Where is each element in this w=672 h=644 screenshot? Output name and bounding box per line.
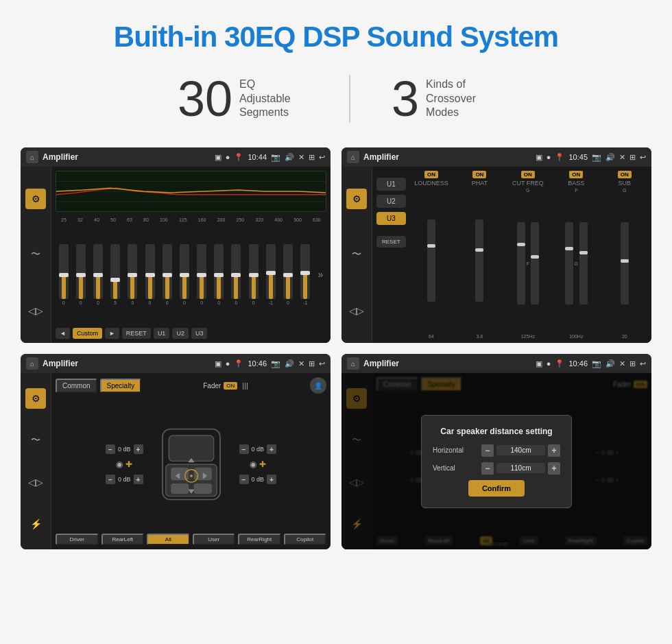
db-minus-r2[interactable]: − <box>239 475 249 484</box>
eq-slider-4[interactable]: 0 <box>128 240 137 309</box>
home-icon[interactable]: ⌂ <box>26 151 38 163</box>
eq-slider-8[interactable]: 0 <box>197 240 206 309</box>
phat-val: 3.8 <box>477 334 483 339</box>
specialty-tab[interactable]: Specialty <box>100 379 142 393</box>
next-btn[interactable]: ► <box>105 328 119 339</box>
u1-btn[interactable]: U1 <box>154 328 170 339</box>
eq-stat: 30 EQ AdjustableSegments <box>136 74 349 123</box>
cutfreq-slider-l[interactable] <box>517 222 525 305</box>
screen1-content: ⚙ 〜 ◁▷ <box>21 167 331 343</box>
eq-slider-5[interactable]: 0 <box>145 240 155 309</box>
screen4-pin-icon: 📍 <box>555 359 564 368</box>
bass-slider-l[interactable] <box>565 222 573 305</box>
eq-sliders-row: 0 0 <box>56 225 326 324</box>
bass-on[interactable]: ON <box>569 171 583 178</box>
cutfreq-on[interactable]: ON <box>521 171 535 178</box>
rearleft-btn[interactable]: RearLeft <box>101 534 145 545</box>
eq-number: 30 <box>178 74 232 123</box>
horizontal-plus-btn[interactable]: + <box>548 444 560 457</box>
screen1-topbar: ⌂ Amplifier ▣ ● 📍 10:44 📷 🔊 ✕ ⊞ ↩ <box>21 147 331 167</box>
loudness-on[interactable]: ON <box>424 171 438 178</box>
copilot-btn[interactable]: Copilot <box>284 534 327 545</box>
rearright-btn[interactable]: RearRight <box>238 534 281 545</box>
eq-slider-11[interactable]: 0 <box>249 240 259 309</box>
loudness-slider[interactable] <box>427 219 435 302</box>
horizontal-minus-btn[interactable]: − <box>481 444 494 457</box>
common-tab[interactable]: Common <box>56 379 97 393</box>
user-btn[interactable]: User <box>193 534 236 545</box>
u3-cross-btn[interactable]: U3 <box>376 212 406 225</box>
phat-on[interactable]: ON <box>472 171 486 178</box>
eq-bottom-controls: ◄ Custom ► RESET U1 U2 U3 <box>56 328 326 339</box>
db-plus-l1[interactable]: + <box>134 444 143 454</box>
fader-on-badge[interactable]: ON <box>224 382 237 390</box>
eq-slider-10[interactable]: 0 <box>231 240 241 309</box>
prev-btn[interactable]: ◄ <box>56 328 70 339</box>
eq-slider-0[interactable]: 0 <box>59 240 69 309</box>
spk-settings-icon[interactable]: ⚙ <box>25 388 46 409</box>
db-plus-l2[interactable]: + <box>134 475 143 484</box>
home-icon-2[interactable]: ⌂ <box>347 151 359 163</box>
eq-slider-1[interactable]: 0 <box>76 240 86 309</box>
screen3-back-icon: ↩ <box>319 359 325 368</box>
cross-settings-icon[interactable]: ⚙ <box>346 189 367 209</box>
speaker-main: Common Specialty Fader ON ||| 👤 − 0 dB + <box>51 373 331 549</box>
db-plus-r1[interactable]: + <box>267 444 276 454</box>
eq-slider-14[interactable]: -1 <box>300 240 310 309</box>
reset-btn[interactable]: RESET <box>122 328 151 339</box>
eq-slider-2[interactable]: 0 <box>93 240 103 309</box>
vertical-row: Vertical − 110cm + <box>433 462 560 475</box>
screen4-topbar: ⌂ Amplifier ▣ ● 📍 10:46 📷 🔊 ✕ ⊞ ↩ <box>341 354 651 373</box>
spk-vol-icon[interactable]: ◁▷ <box>25 472 46 492</box>
crossover-left-panel: ⚙ 〜 ◁▷ <box>341 167 372 343</box>
screen4-grid-icon: ⊞ <box>629 359 636 368</box>
eq-settings-icon[interactable]: ⚙ <box>25 189 46 209</box>
eq-volume-icon[interactable]: ◁▷ <box>25 300 46 321</box>
eq-wave-icon[interactable]: 〜 <box>25 244 46 265</box>
vertical-minus-btn[interactable]: − <box>481 462 494 475</box>
phat-slider[interactable] <box>475 219 483 302</box>
db-minus-l1[interactable]: − <box>106 444 115 454</box>
spk-bt-icon[interactable]: ⚡ <box>25 514 46 534</box>
screen1-title: Amplifier <box>43 152 78 162</box>
eq-slider-12[interactable]: -1 <box>266 240 276 309</box>
eq-slider-3[interactable]: 5 <box>110 240 120 309</box>
db-minus-r1[interactable]: − <box>239 444 249 454</box>
speaker-icons-right: ◉ ✚ <box>250 460 266 469</box>
eq-slider-9[interactable]: 0 <box>214 240 224 309</box>
sub-on[interactable]: ON <box>618 171 632 178</box>
cross-wave-icon[interactable]: 〜 <box>346 244 367 265</box>
u1-cross-btn[interactable]: U1 <box>376 178 406 191</box>
crossover-stat: 3 Kinds ofCrossover Modes <box>350 74 536 123</box>
eq-slider-6[interactable]: 0 <box>163 240 172 309</box>
home-icon-4[interactable]: ⌂ <box>347 357 359 370</box>
vertical-plus-btn[interactable]: + <box>548 462 560 475</box>
plus-icon-l: ✚ <box>125 460 132 469</box>
spk-wave-icon[interactable]: 〜 <box>25 430 46 451</box>
driver-btn[interactable]: Driver <box>56 534 99 545</box>
db-minus-l2[interactable]: − <box>106 475 115 484</box>
eq-slider-7[interactable]: 0 <box>180 240 189 309</box>
custom-label[interactable]: Custom <box>73 328 102 339</box>
svg-rect-7 <box>193 468 211 481</box>
confirm-button[interactable]: Confirm <box>468 480 525 497</box>
home-icon-3[interactable]: ⌂ <box>26 357 38 370</box>
sub-slider[interactable] <box>621 222 629 305</box>
svg-rect-9 <box>193 484 211 494</box>
u3-btn[interactable]: U3 <box>191 328 208 339</box>
screen4-title: Amplifier <box>363 359 399 368</box>
cutfreq-slider-r[interactable] <box>531 222 539 305</box>
plus-icon-r: ✚ <box>259 460 266 469</box>
eq-more-icon[interactable]: » <box>317 240 323 309</box>
vertical-ctrl: − 110cm + <box>481 462 560 475</box>
channel-bass: ON BASS F G 100Hz <box>553 171 599 339</box>
cross-vol-icon[interactable]: ◁▷ <box>346 300 367 321</box>
reset-cross-btn[interactable]: RESET <box>376 236 406 248</box>
u2-cross-btn[interactable]: U2 <box>376 195 406 208</box>
u2-btn[interactable]: U2 <box>172 328 189 339</box>
eq-slider-13[interactable]: 0 <box>283 240 293 309</box>
bass-slider-r[interactable] <box>579 222 588 305</box>
db-plus-r2[interactable]: + <box>267 475 276 484</box>
all-btn[interactable]: All <box>147 534 190 545</box>
db-row-right-bot: − 0 dB + <box>239 475 277 484</box>
